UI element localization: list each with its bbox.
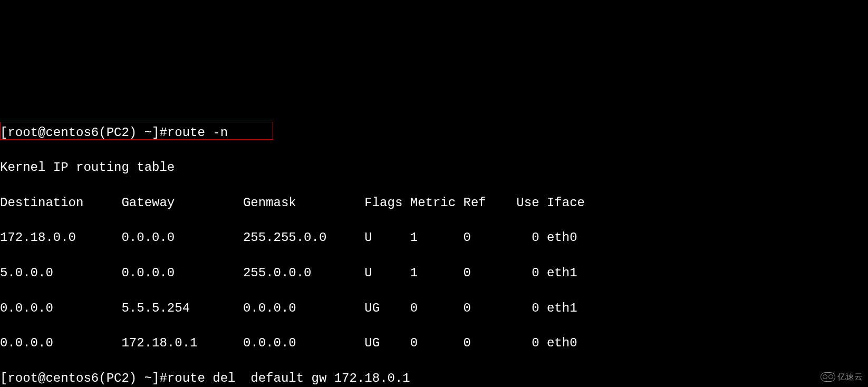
- route-row: 0.0.0.0 5.5.5.254 0.0.0.0 UG 0 0 0 eth1: [0, 299, 868, 317]
- route-row: 5.0.0.0 0.0.0.0 255.0.0.0 U 1 0 0 eth1: [0, 264, 868, 282]
- command: route -n: [167, 125, 228, 140]
- table-header: Destination Gateway Genmask Flags Metric…: [0, 194, 868, 211]
- terminal-output[interactable]: [root@centos6(PC2) ~]#route -n Kernel IP…: [0, 71, 868, 387]
- shell-prompt: [root@centos6(PC2) ~]#: [0, 371, 167, 385]
- table-title: Kernel IP routing table: [0, 159, 868, 176]
- terminal-line: [0, 89, 868, 106]
- route-row-highlighted: 0.0.0.0 172.18.0.1 0.0.0.0 UG 0 0 0 eth0: [0, 334, 868, 352]
- shell-prompt: [root@centos6(PC2) ~]#: [0, 125, 167, 140]
- prompt-line: [root@centos6(PC2) ~]#route del default …: [0, 370, 868, 387]
- route-row: 172.18.0.0 0.0.0.0 255.255.0.0 U 1 0 0 e…: [0, 229, 868, 246]
- prompt-line: [root@centos6(PC2) ~]#route -n: [0, 124, 868, 141]
- command: route del default gw 172.18.0.1: [167, 371, 410, 385]
- watermark-text: 亿速云: [837, 371, 863, 383]
- cloud-icon: [821, 372, 835, 382]
- watermark: 亿速云: [821, 371, 863, 383]
